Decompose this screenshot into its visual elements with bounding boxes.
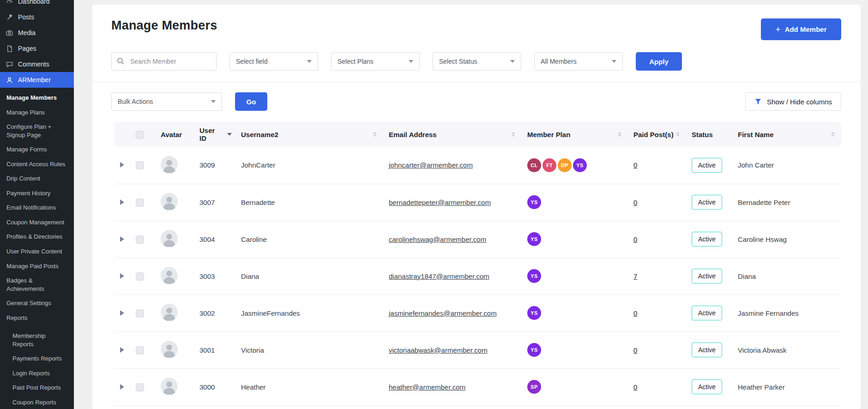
sidebar-item-posts[interactable]: Posts	[0, 9, 74, 25]
row-checkbox[interactable]	[136, 272, 144, 281]
select-all-checkbox[interactable]	[136, 131, 144, 139]
row-expand-icon[interactable]	[120, 347, 124, 353]
member-plan-badges: YS	[527, 306, 542, 320]
submenu-item-payments-reports[interactable]: Payments Reports	[0, 351, 74, 366]
column-header-paid-posts[interactable]: Paid Post(s)	[628, 122, 686, 147]
sidebar-item-media[interactable]: Media	[0, 25, 74, 41]
submenu-item-drip-content[interactable]: Drip Content	[0, 171, 74, 186]
email-link[interactable]: carolinehswag@armember.com	[389, 235, 486, 243]
members-table: Avatar User ID Username2 Email Address M…	[115, 122, 841, 406]
submenu-item-manage-paid-posts[interactable]: Manage Paid Posts	[0, 259, 74, 274]
row-expand-icon[interactable]	[120, 273, 124, 279]
submenu-item-configure-plan-signup-page[interactable]: Configure Plan + Signup Page	[0, 120, 74, 142]
sidebar-item-armember[interactable]: ARMember	[0, 72, 74, 88]
search-member-input[interactable]	[111, 52, 217, 71]
submenu-item-reports[interactable]: Reports	[0, 311, 74, 325]
row-expand-icon[interactable]	[120, 199, 124, 205]
column-label: Username2	[241, 131, 278, 138]
plan-badge-dp[interactable]: DP	[558, 158, 572, 172]
paid-posts-link[interactable]: 0	[633, 383, 637, 391]
submenu-item-manage-plans[interactable]: Manage Plans	[0, 105, 74, 120]
column-header-member-plan[interactable]: Member Plan	[522, 122, 628, 147]
row-expand-icon[interactable]	[120, 236, 124, 242]
apply-button[interactable]: Apply	[636, 52, 682, 71]
submenu-item-email-notifications[interactable]: Email Notifications	[0, 200, 74, 215]
column-header-status[interactable]: Status	[686, 122, 732, 147]
sidebar-item-dashboard[interactable]: Dashboard	[0, 0, 74, 9]
add-member-button[interactable]: + Add Member	[761, 18, 841, 40]
user-id-cell: 3000	[194, 368, 235, 405]
submenu-item-manage-members[interactable]: Manage Members	[0, 90, 74, 105]
submenu-item-user-private-content[interactable]: User Private Content	[0, 244, 74, 259]
submenu-item-login-reports[interactable]: Login Reports	[0, 366, 74, 381]
avatar	[161, 304, 178, 321]
plan-badge-ys[interactable]: YS	[527, 306, 541, 320]
row-checkbox[interactable]	[136, 235, 144, 244]
plan-badge-ys[interactable]: YS	[527, 232, 541, 246]
email-link[interactable]: heather@armember.com	[389, 383, 465, 391]
submenu-item-badges-achievements[interactable]: Badges & Achievements	[0, 273, 74, 296]
submenu-item-manage-forms[interactable]: Manage Forms	[0, 142, 74, 157]
select-field-dropdown[interactable]: Select field	[229, 52, 318, 71]
first-name-cell: Caroline Hswag	[732, 221, 841, 258]
column-header-username2[interactable]: Username2	[235, 122, 383, 147]
sidebar-item-pages[interactable]: Pages	[0, 41, 74, 56]
submenu-item-membership-reports[interactable]: Membership Reports	[0, 329, 74, 351]
sidebar-item-label: Comments	[18, 60, 49, 68]
paid-posts-link[interactable]: 0	[633, 309, 637, 317]
user-id-cell: 3002	[194, 295, 235, 331]
email-link[interactable]: victoriaabwask@armember.com	[389, 346, 488, 354]
row-checkbox[interactable]	[136, 346, 144, 355]
column-header-email-address[interactable]: Email Address	[383, 122, 522, 147]
row-checkbox[interactable]	[136, 161, 144, 169]
plus-icon: +	[776, 25, 781, 34]
add-member-label: Add Member	[785, 25, 827, 33]
member-plan-badges: YS	[527, 343, 542, 357]
chevron-down-icon	[307, 60, 312, 63]
search-icon	[117, 57, 125, 65]
paid-posts-link[interactable]: 7	[633, 272, 637, 280]
paid-posts-link[interactable]: 0	[633, 346, 637, 354]
paid-posts-link[interactable]: 0	[633, 235, 637, 243]
submenu-item-coupon-management[interactable]: Coupon Management	[0, 215, 74, 230]
email-link[interactable]: jasminefernandes@armember.com	[389, 309, 497, 317]
plan-badge-ys[interactable]: YS	[573, 158, 587, 172]
row-checkbox[interactable]	[136, 383, 144, 391]
avatar	[161, 341, 178, 358]
plan-badge-sp[interactable]: SP	[527, 380, 541, 394]
row-checkbox[interactable]	[136, 198, 144, 207]
plan-badge-ys[interactable]: YS	[527, 269, 541, 283]
submenu-item-content-access-rules[interactable]: Content Access Rules	[0, 157, 74, 172]
bulk-actions-dropdown[interactable]: Bulk Actions	[111, 92, 222, 111]
submenu-item-payment-history[interactable]: Payment History	[0, 186, 74, 201]
plan-badge-ft[interactable]: FT	[542, 158, 556, 172]
column-header-first-name[interactable]: First Name	[732, 122, 841, 147]
email-link[interactable]: johncarter@armember.com	[389, 161, 473, 169]
chevron-down-icon	[211, 100, 216, 103]
email-link[interactable]: bernadettepeter@armember.com	[389, 198, 491, 206]
submenu-item-profiles-directories[interactable]: Profiles & Directories	[0, 229, 74, 244]
avatar	[161, 156, 178, 173]
row-expand-icon[interactable]	[120, 310, 124, 316]
plan-badge-cl[interactable]: CL	[527, 158, 541, 172]
paid-posts-link[interactable]: 0	[633, 161, 637, 169]
sidebar-item-comments[interactable]: Comments	[0, 56, 74, 72]
row-expand-icon[interactable]	[120, 384, 124, 390]
column-header-user-id[interactable]: User ID	[194, 122, 235, 147]
submenu-item-general-settings[interactable]: General Settings	[0, 296, 74, 311]
row-checkbox[interactable]	[136, 309, 144, 318]
email-link[interactable]: dianastray1847@armember.com	[389, 272, 489, 280]
plan-badge-ys[interactable]: YS	[527, 343, 541, 357]
plan-badge-ys[interactable]: YS	[527, 195, 541, 209]
submenu-item-coupon-reports[interactable]: Coupon Reports	[0, 395, 74, 409]
show-hide-columns-button[interactable]: Show / Hide columns	[745, 92, 841, 111]
sidebar-item-label: Media	[18, 29, 36, 36]
select-status-dropdown[interactable]: Select Status	[433, 52, 521, 71]
select-plans-dropdown[interactable]: Select Plans	[331, 52, 420, 71]
column-label: First Name	[738, 131, 774, 138]
paid-posts-link[interactable]: 0	[633, 198, 637, 206]
row-expand-icon[interactable]	[120, 162, 124, 168]
go-button[interactable]: Go	[235, 92, 267, 111]
all-members-dropdown[interactable]: All Members	[534, 52, 623, 71]
submenu-item-paid-post-reports[interactable]: Paid Post Reports	[0, 380, 74, 395]
